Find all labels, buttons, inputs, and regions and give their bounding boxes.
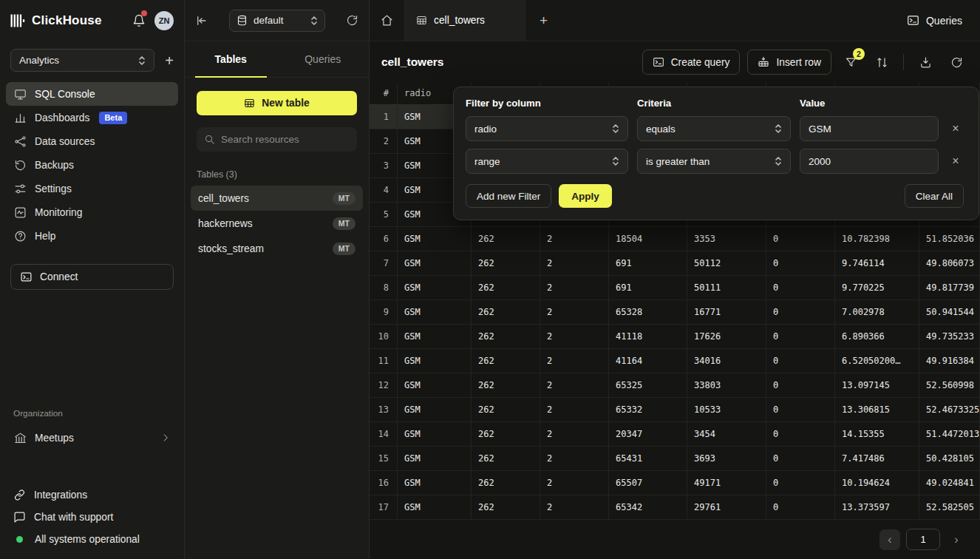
table-cell[interactable]: 262 — [472, 300, 540, 325]
table-list-item-stocks-stream[interactable]: stocks_stream MT — [191, 236, 363, 261]
table-cell[interactable]: 49.735233 — [919, 325, 980, 349]
create-query-button[interactable]: Create query — [642, 50, 741, 75]
table-cell[interactable]: 50112 — [687, 251, 766, 276]
table-row[interactable]: 8GSM26226915011109.77022549.817739 — [370, 276, 980, 300]
table-cell[interactable]: 2 — [540, 227, 609, 251]
table-list-item-hackernews[interactable]: hackernews MT — [191, 211, 363, 236]
table-cell[interactable]: 52.4673325 — [919, 398, 980, 422]
table-cell[interactable]: 51.852036 — [919, 227, 980, 251]
table-cell[interactable]: 41118 — [609, 325, 687, 349]
table-row[interactable]: 7GSM26226915011209.74611449.806073 — [370, 251, 980, 276]
table-cell[interactable]: 13.097145 — [835, 373, 919, 398]
table-cell[interactable]: 51.4472013 — [919, 422, 980, 447]
table-cell[interactable]: 262 — [472, 471, 540, 495]
table-cell[interactable]: 2 — [540, 471, 609, 495]
table-cell[interactable]: 50111 — [687, 276, 766, 300]
table-cell[interactable]: 2 — [540, 398, 609, 422]
queries-button[interactable]: Queries — [889, 0, 980, 41]
filter-criteria-select-1[interactable]: equals — [637, 116, 791, 141]
table-cell[interactable]: 65342 — [609, 495, 687, 520]
download-button[interactable] — [913, 50, 937, 75]
table-cell[interactable]: 262 — [472, 495, 540, 520]
table-cell[interactable]: 2 — [540, 373, 609, 398]
table-cell[interactable]: 0 — [766, 276, 835, 300]
table-cell[interactable]: 50.428105 — [919, 447, 980, 471]
table-cell[interactable]: 0 — [766, 300, 835, 325]
table-cell[interactable]: 2 — [540, 325, 609, 349]
table-row[interactable]: 15GSM262265431369307.41748650.428105 — [370, 447, 980, 471]
table-cell[interactable]: 49.024841 — [919, 471, 980, 495]
table-cell[interactable]: 262 — [472, 251, 540, 276]
table-row[interactable]: 12GSM26226532533803013.09714552.560998 — [370, 373, 980, 398]
table-cell[interactable]: 262 — [472, 276, 540, 300]
insert-row-button[interactable]: Insert row — [747, 50, 831, 75]
filter-column-select-2[interactable]: range — [466, 149, 628, 174]
table-list-item-cell-towers[interactable]: cell_towers MT — [191, 186, 363, 211]
table-cell[interactable]: GSM — [398, 349, 472, 373]
workspace-selector[interactable]: Analytics — [10, 49, 154, 72]
table-cell[interactable]: 7.417486 — [835, 447, 919, 471]
table-cell[interactable]: 2 — [540, 422, 609, 447]
table-cell[interactable]: GSM — [398, 325, 472, 349]
table-cell[interactable]: 0 — [766, 447, 835, 471]
sidebar-item-settings[interactable]: Settings — [6, 177, 178, 200]
table-row[interactable]: 13GSM26226533210533013.30681552.4673325 — [370, 398, 980, 422]
table-row[interactable]: 6GSM2622185043353010.78239851.852036 — [370, 227, 980, 251]
table-row[interactable]: 14GSM2622203473454014.1535551.4472013 — [370, 422, 980, 447]
table-cell[interactable]: GSM — [398, 373, 472, 398]
table-cell[interactable]: 2 — [540, 251, 609, 276]
database-selector[interactable]: default — [229, 10, 325, 32]
table-cell[interactable]: 2 — [540, 349, 609, 373]
table-cell[interactable]: 13.306815 — [835, 398, 919, 422]
table-cell[interactable]: 2 — [540, 447, 609, 471]
add-filter-button[interactable]: Add new Filter — [466, 184, 551, 208]
next-page-button[interactable]: › — [946, 529, 967, 550]
footer-item-chat-support[interactable]: Chat with support — [6, 506, 178, 528]
prev-page-button[interactable]: ‹ — [879, 529, 900, 550]
table-cell[interactable]: 33803 — [687, 373, 766, 398]
table-cell[interactable]: 29761 — [687, 495, 766, 520]
table-cell[interactable]: 0 — [766, 495, 835, 520]
sidebar-item-monitoring[interactable]: Monitoring — [6, 200, 178, 224]
table-cell[interactable]: GSM — [398, 227, 472, 251]
table-cell[interactable]: 14.15355 — [835, 422, 919, 447]
connect-button[interactable]: Connect — [10, 264, 174, 290]
table-row[interactable]: 10GSM2622411181762606.89036649.735233 — [370, 325, 980, 349]
table-cell[interactable]: 20347 — [609, 422, 687, 447]
remove-filter-button-2[interactable]: × — [947, 155, 964, 168]
table-cell[interactable]: 0 — [766, 373, 835, 398]
filter-criteria-select-2[interactable]: is greater than — [637, 149, 791, 174]
table-cell[interactable]: 7.002978 — [835, 300, 919, 325]
table-cell[interactable]: 41164 — [609, 349, 687, 373]
table-cell[interactable]: 49.916384 — [919, 349, 980, 373]
search-resources-input[interactable] — [221, 134, 350, 145]
user-avatar[interactable]: ZN — [154, 11, 174, 30]
table-cell[interactable]: 691 — [609, 251, 687, 276]
table-cell[interactable]: 3454 — [687, 422, 766, 447]
table-cell[interactable]: 2 — [540, 300, 609, 325]
table-cell[interactable]: 262 — [472, 227, 540, 251]
table-cell[interactable]: 65332 — [609, 398, 687, 422]
clear-all-filters-button[interactable]: Clear All — [905, 184, 964, 208]
table-cell[interactable]: 262 — [472, 325, 540, 349]
table-cell[interactable]: GSM — [398, 447, 472, 471]
table-cell[interactable]: 262 — [472, 349, 540, 373]
table-cell[interactable]: 2 — [540, 495, 609, 520]
filter-value-input-2[interactable] — [800, 149, 939, 174]
filter-button[interactable]: 2 — [839, 50, 862, 75]
table-cell[interactable]: 0 — [766, 471, 835, 495]
table-cell[interactable]: GSM — [398, 422, 472, 447]
table-cell[interactable]: 10.782398 — [835, 227, 919, 251]
notifications-bell-icon[interactable] — [130, 12, 148, 30]
tab-cell-towers[interactable]: cell_towers — [404, 0, 525, 41]
table-cell[interactable]: 3353 — [687, 227, 766, 251]
sidebar-item-dashboards[interactable]: Dashboards Beta — [6, 106, 178, 129]
table-cell[interactable]: 0 — [766, 325, 835, 349]
table-cell[interactable]: 0 — [766, 251, 835, 276]
sort-button[interactable] — [870, 50, 894, 75]
sidebar-item-backups[interactable]: Backups — [6, 153, 178, 177]
table-row[interactable]: 9GSM2622653281677107.00297850.941544 — [370, 300, 980, 325]
table-cell[interactable]: 9.746114 — [835, 251, 919, 276]
table-cell[interactable]: 13.373597 — [835, 495, 919, 520]
table-row[interactable]: 11GSM2622411643401606.52050200…49.916384 — [370, 349, 980, 373]
